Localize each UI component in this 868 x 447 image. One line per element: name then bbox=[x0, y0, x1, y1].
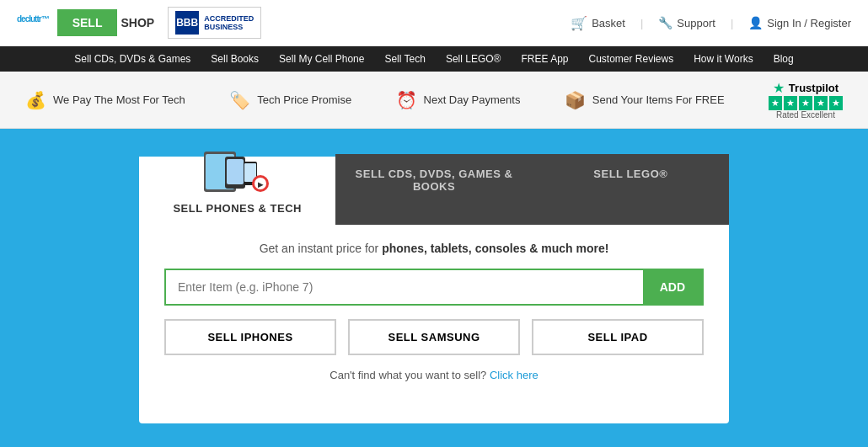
divider2: | bbox=[731, 17, 733, 29]
feature-pay-most: 💰 We Pay The Most For Tech bbox=[25, 90, 185, 110]
svg-rect-3 bbox=[227, 159, 244, 184]
star3: ★ bbox=[799, 96, 812, 110]
nav-free-app[interactable]: FREE App bbox=[521, 53, 568, 65]
tabs: ▶ SELL PHONES & TECH SELL CDS, DVDS, GAM… bbox=[139, 154, 729, 225]
basket-icon bbox=[571, 15, 587, 31]
logo-tm: ™ bbox=[41, 14, 49, 24]
add-button[interactable]: ADD bbox=[643, 270, 702, 304]
signin-label: Sign In / Register bbox=[767, 17, 851, 29]
basket-link[interactable]: Basket bbox=[571, 15, 625, 31]
bbb-icon: BBB bbox=[175, 11, 199, 35]
subtitle-highlight: phones, tablets, consoles & much more! bbox=[382, 242, 608, 255]
feature-price-promise: 🏷️ Tech Price Promise bbox=[229, 90, 351, 110]
nav-sell-books[interactable]: Sell Books bbox=[211, 53, 259, 65]
trustpilot-header: ★ Trustpilot bbox=[773, 80, 839, 96]
bbb-line2: BUSINESS bbox=[204, 23, 254, 31]
trustpilot-label: Trustpilot bbox=[789, 82, 839, 94]
cant-find-link[interactable]: Click here bbox=[490, 369, 538, 381]
pay-most-text: We Pay The Most For Tech bbox=[53, 93, 185, 106]
trustpilot-rated-text: Rated Excellent bbox=[776, 110, 835, 120]
price-promise-icon: 🏷️ bbox=[229, 90, 250, 110]
star5: ★ bbox=[829, 96, 843, 110]
shop-button[interactable]: SHOP bbox=[121, 16, 154, 29]
feature-send-free: 📦 Send Your Items For FREE bbox=[565, 90, 725, 110]
tab1-label: SELL PHONES & TECH bbox=[173, 202, 302, 215]
next-day-text: Next Day Payments bbox=[424, 93, 521, 106]
nav-reviews[interactable]: Customer Reviews bbox=[588, 53, 673, 65]
basket-label: Basket bbox=[592, 17, 625, 29]
next-day-icon: ⏰ bbox=[396, 90, 417, 110]
bbb-text: ACCREDITED BUSINESS bbox=[204, 14, 254, 31]
user-icon bbox=[748, 16, 763, 29]
price-promise-text: Tech Price Promise bbox=[257, 93, 351, 106]
support-link[interactable]: Support bbox=[658, 16, 715, 29]
tab-lego[interactable]: SELL LEGO® bbox=[533, 154, 729, 225]
support-icon bbox=[658, 16, 672, 29]
support-label: Support bbox=[677, 17, 715, 29]
pay-most-icon: 💰 bbox=[25, 90, 46, 110]
card-body: Get an instant price for phones, tablets… bbox=[139, 225, 729, 398]
sell-iphones-button[interactable]: SELL IPHONES bbox=[164, 319, 336, 355]
trustpilot-badge: ★ Trustpilot ★ ★ ★ ★ ★ Rated Excellent bbox=[769, 80, 843, 120]
logo-text: decluttr bbox=[17, 14, 41, 24]
nav-bar: Sell CDs, DVDs & Games Sell Books Sell M… bbox=[0, 46, 868, 72]
sell-samsung-button[interactable]: SELL SAMSUNG bbox=[348, 319, 520, 355]
send-free-text: Send Your Items For FREE bbox=[592, 93, 725, 106]
nav-sell-tech[interactable]: Sell Tech bbox=[384, 53, 425, 65]
quick-buttons: SELL IPHONES SELL SAMSUNG SELL IPAD bbox=[164, 319, 704, 355]
bbb-badge: BBB ACCREDITED BUSINESS bbox=[168, 7, 261, 39]
bbb-line1: ACCREDITED bbox=[204, 14, 254, 23]
tab2-label: SELL CDS, DVDS, GAMES & BOOKS bbox=[356, 168, 513, 193]
feature-next-day: ⏰ Next Day Payments bbox=[396, 90, 521, 110]
nav-sell-phone[interactable]: Sell My Cell Phone bbox=[279, 53, 364, 65]
main-card: ▶ SELL PHONES & TECH SELL CDS, DVDS, GAM… bbox=[139, 154, 729, 423]
main-section: ▶ SELL PHONES & TECH SELL CDS, DVDS, GAM… bbox=[0, 129, 868, 447]
sell-ipad-button[interactable]: SELL IPAD bbox=[532, 319, 704, 355]
nav-how-it-works[interactable]: How it Works bbox=[694, 53, 753, 65]
cant-find-text: Can't find what you want to sell? Click … bbox=[164, 369, 704, 381]
header: decluttr™ SELL SHOP BBB ACCREDITED BUSIN… bbox=[0, 0, 868, 46]
svg-text:▶: ▶ bbox=[258, 181, 264, 189]
sell-button[interactable]: SELL bbox=[57, 9, 118, 36]
send-free-icon: 📦 bbox=[565, 90, 586, 110]
star2: ★ bbox=[784, 96, 797, 110]
subtitle-prefix: Get an instant price for bbox=[260, 242, 383, 255]
logo: decluttr™ bbox=[17, 9, 49, 36]
features-bar: 💰 We Pay The Most For Tech 🏷️ Tech Price… bbox=[0, 72, 868, 129]
divider1: | bbox=[640, 17, 643, 29]
star4: ★ bbox=[814, 96, 828, 110]
nav-sell-lego[interactable]: Sell LEGO® bbox=[446, 53, 501, 65]
trustpilot-stars: ★ ★ ★ ★ ★ bbox=[769, 96, 843, 110]
card-subtitle: Get an instant price for phones, tablets… bbox=[164, 242, 704, 255]
header-right: Basket | Support | Sign In / Register bbox=[571, 15, 851, 31]
star1: ★ bbox=[769, 96, 782, 110]
nav-blog[interactable]: Blog bbox=[774, 53, 794, 65]
nav-sell-cds[interactable]: Sell CDs, DVDs & Games bbox=[74, 53, 190, 65]
signin-link[interactable]: Sign In / Register bbox=[748, 16, 851, 29]
cant-find-label: Can't find what you want to sell? bbox=[330, 369, 486, 381]
tab-phones-tech[interactable]: ▶ SELL PHONES & TECH bbox=[139, 154, 335, 225]
tab-cds-dvds[interactable]: SELL CDS, DVDS, GAMES & BOOKS bbox=[335, 154, 532, 225]
search-row: ADD bbox=[164, 269, 704, 306]
devices-illustration: ▶ bbox=[200, 141, 276, 199]
tab3-label: SELL LEGO® bbox=[593, 168, 667, 180]
search-input[interactable] bbox=[166, 270, 643, 304]
trustpilot-star-icon: ★ bbox=[773, 80, 785, 96]
